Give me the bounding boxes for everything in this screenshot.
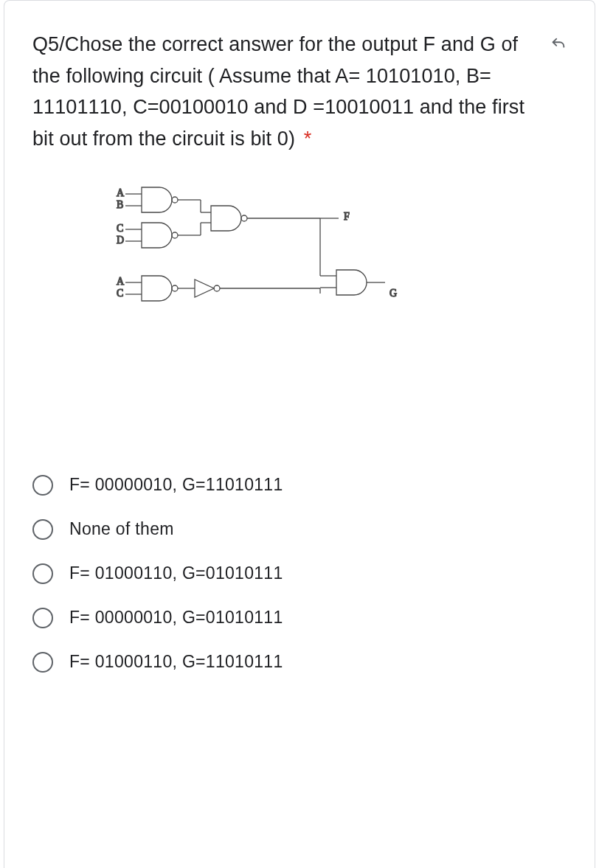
option-4[interactable]: F= 01000110, G=11010111 bbox=[32, 652, 567, 673]
radio-icon bbox=[32, 519, 53, 540]
option-label: None of them bbox=[69, 519, 174, 539]
option-2[interactable]: F= 01000110, G=01010111 bbox=[32, 563, 567, 584]
option-3[interactable]: F= 00000010, G=01010111 bbox=[32, 608, 567, 628]
svg-point-18 bbox=[172, 285, 178, 291]
question-body: Q5/Chose the correct answer for the outp… bbox=[32, 33, 524, 150]
option-1[interactable]: None of them bbox=[32, 519, 567, 540]
svg-point-12 bbox=[241, 215, 247, 221]
options-group: F= 00000010, G=11010111 None of them F= … bbox=[32, 475, 567, 673]
option-0[interactable]: F= 00000010, G=11010111 bbox=[32, 475, 567, 496]
option-label: F= 00000010, G=11010111 bbox=[69, 475, 283, 495]
circuit-diagram: A B C D F A C bbox=[84, 181, 423, 336]
label-c: C bbox=[117, 223, 123, 234]
question-text: Q5/Chose the correct answer for the outp… bbox=[32, 29, 533, 155]
label-f: F bbox=[344, 211, 350, 222]
radio-icon bbox=[32, 563, 53, 584]
label-a2: A bbox=[117, 276, 125, 287]
svg-point-2 bbox=[172, 197, 178, 203]
label-a: A bbox=[117, 187, 125, 198]
option-label: F= 00000010, G=01010111 bbox=[69, 608, 283, 628]
radio-icon bbox=[32, 608, 53, 628]
undo-icon[interactable] bbox=[550, 36, 567, 57]
label-g: G bbox=[389, 288, 397, 299]
label-d: D bbox=[117, 235, 124, 246]
question-row: Q5/Chose the correct answer for the outp… bbox=[32, 29, 567, 155]
option-label: F= 01000110, G=11010111 bbox=[69, 652, 283, 672]
option-label: F= 01000110, G=01010111 bbox=[69, 563, 283, 583]
label-c2: C bbox=[117, 288, 123, 299]
radio-icon bbox=[32, 475, 53, 496]
radio-icon bbox=[32, 652, 53, 673]
question-card: Q5/Chose the correct answer for the outp… bbox=[4, 0, 595, 868]
label-b: B bbox=[117, 199, 123, 210]
svg-point-5 bbox=[172, 232, 178, 238]
required-marker: * bbox=[304, 128, 312, 150]
